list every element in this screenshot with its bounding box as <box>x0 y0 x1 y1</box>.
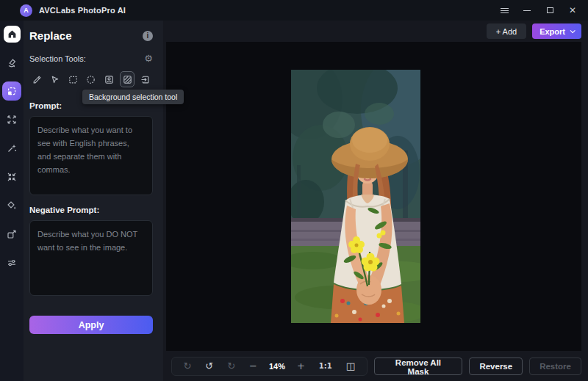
export-label: Export <box>539 27 565 36</box>
replace-panel: Replace i Selection Tools: ⚙ <box>24 21 163 381</box>
sidebar-item-resize[interactable] <box>2 225 21 244</box>
info-icon[interactable]: i <box>143 31 153 41</box>
export-button[interactable]: Export <box>532 23 581 39</box>
apply-button[interactable]: Apply <box>29 316 153 334</box>
negative-prompt-input[interactable] <box>29 220 153 296</box>
title-bar: A AVCLabs PhotoPro AI ✕ <box>0 0 588 21</box>
reverse-button[interactable]: Reverse <box>469 358 523 375</box>
cursor-icon <box>49 74 60 85</box>
panel-title: Replace <box>29 29 72 42</box>
selection-tools-label: Selection Tools: <box>29 54 86 63</box>
photo-woman-with-flowers[interactable] <box>291 70 420 323</box>
sidebar-item-adjust[interactable] <box>2 253 21 272</box>
gear-icon[interactable]: ⚙ <box>144 54 153 63</box>
replace-icon <box>6 85 18 97</box>
background-select-tool[interactable] <box>120 71 135 87</box>
reset-icon[interactable]: ↻ <box>181 361 193 371</box>
undo-icon[interactable]: ↺ <box>203 361 215 371</box>
canvas-header: + Add Export <box>163 21 588 42</box>
eraser-icon <box>6 57 18 68</box>
home-icon <box>7 29 18 40</box>
remove-all-mask-button[interactable]: Remove All Mask <box>374 358 463 375</box>
brush-select-tool[interactable] <box>29 71 45 87</box>
invert-select-tool[interactable] <box>137 71 153 87</box>
ellipse-select-tool[interactable] <box>84 71 99 87</box>
logo-letter: A <box>24 7 29 14</box>
arrow-out-box-icon <box>140 74 151 85</box>
main-area: + Add Export <box>163 21 588 381</box>
negative-prompt-label: Negative Prompt: <box>29 206 153 214</box>
window-controls: ✕ <box>496 3 581 18</box>
sidebar-item-colorize[interactable] <box>2 196 21 215</box>
bottom-bar: ↻ ↺ ↻ − 14% + 1:1 ◫ Remove All Mask Reve… <box>163 351 588 381</box>
maximize-icon[interactable] <box>542 3 558 18</box>
add-button[interactable]: + Add <box>487 23 526 39</box>
brush-icon <box>32 74 43 85</box>
ellipse-marquee-icon <box>85 74 96 85</box>
menu-icon[interactable] <box>496 3 512 18</box>
portrait-icon <box>104 74 115 85</box>
compare-icon[interactable]: ◫ <box>344 361 357 371</box>
sidebar-item-shrink[interactable] <box>2 167 21 186</box>
zoom-level: 14% <box>269 362 285 371</box>
magic-wand-icon <box>6 142 18 154</box>
close-icon[interactable]: ✕ <box>564 3 581 18</box>
sidebar-item-enhancer[interactable] <box>2 139 21 158</box>
zoom-in-icon[interactable]: + <box>295 361 307 371</box>
zoom-toolbar: ↻ ↺ ↻ − 14% + 1:1 ◫ <box>171 357 368 376</box>
selection-tools-row <box>29 71 153 87</box>
sidebar-item-home[interactable] <box>4 26 21 43</box>
canvas[interactable] <box>166 42 581 351</box>
sidebar-item-upscaler[interactable] <box>2 110 21 129</box>
portrait-select-tool[interactable] <box>101 71 117 87</box>
prompt-input[interactable] <box>29 116 153 195</box>
colorize-icon <box>6 200 18 211</box>
sidebar-item-object-remover[interactable] <box>2 53 21 72</box>
collapse-arrows-icon <box>6 171 18 183</box>
app-logo: A <box>20 4 32 17</box>
sliders-icon <box>6 257 18 269</box>
restore-button[interactable]: Restore <box>529 358 581 375</box>
crop-resize-icon <box>6 228 18 240</box>
cursor-select-tool[interactable] <box>48 71 63 87</box>
rect-select-tool[interactable] <box>65 71 81 87</box>
sidebar-rail <box>0 21 24 381</box>
zoom-out-icon[interactable]: − <box>247 361 259 371</box>
rect-marquee-icon <box>68 74 79 85</box>
sidebar-item-replace[interactable] <box>2 81 21 101</box>
redo-icon[interactable]: ↻ <box>225 361 237 371</box>
minimize-icon[interactable] <box>519 3 535 18</box>
app-title: AVCLabs PhotoPro AI <box>39 6 126 15</box>
actual-size-button[interactable]: 1:1 <box>317 363 334 370</box>
expand-arrows-icon <box>6 114 18 126</box>
tool-tooltip: Background selection tool <box>82 90 184 104</box>
background-hatch-icon <box>122 74 133 85</box>
chevron-down-icon <box>570 28 576 33</box>
